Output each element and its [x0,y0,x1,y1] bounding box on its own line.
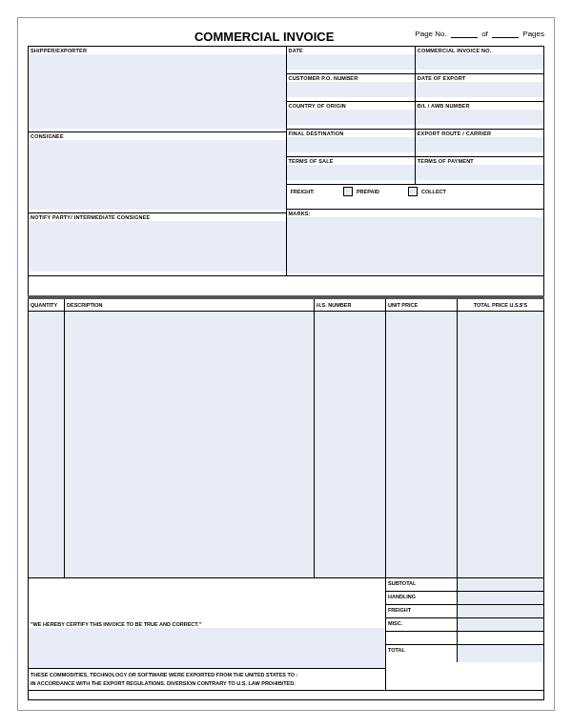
invoice-no-cell: COMMERCIAL INVOICE NO. [416,47,543,73]
items-body [29,312,543,577]
export-route-cell: EXPORT ROUTE / CARRIER [416,130,543,156]
page-no-field[interactable] [451,30,478,38]
terms-payment-field[interactable] [416,165,543,180]
top-grid: SHIPPER/EXPORTER CONSIGNEE NOTIFY PARTY/… [28,47,544,276]
freight-row: FREIGHT: PREPAID COLLECT [287,185,544,210]
final-dest-field[interactable] [287,137,415,152]
page-title: COMMERCIAL INVOICE [28,28,415,46]
qty-field[interactable] [29,312,65,577]
pages-total-field[interactable] [492,30,519,38]
country-origin-cell: COUNTRY OF ORIGIN [287,102,416,129]
terms-sale-field[interactable] [287,165,415,180]
col-total: TOTAL PRICE U.S.$'S [458,299,543,311]
total-row: TOTAL [386,645,543,662]
disclaimer: THESE COMMODITIES, TECHNOLOGY OR SOFTWAR… [29,668,385,690]
total-field[interactable] [458,312,543,577]
terms-payment-cell: TERMS OF PAYMENT [416,157,543,184]
consignee-cell: CONSIGNEE [29,132,286,213]
bottom-section: "WE HEREBY CERTIFY THIS INVOICE TO BE TR… [28,578,544,691]
handling-field[interactable] [458,592,543,604]
summary: SUBTOTAL HANDLING FREIGHT MISC. TOTAL [386,578,543,690]
date-export-cell: DATE OF EXPORT [416,74,543,101]
shipper-field[interactable] [29,54,286,129]
marks-field[interactable] [287,217,544,273]
notify-cell: NOTIFY PARTY/ INTERMEDIATE CONSIGNEE [29,213,286,275]
final-dest-cell: FINAL DESTINATION [287,130,416,156]
prepaid-checkbox[interactable] [343,187,353,196]
subtotal-row: SUBTOTAL [386,578,543,592]
cert-space [29,578,385,620]
cert-statement: "WE HEREBY CERTIFY THIS INVOICE TO BE TR… [29,620,385,628]
signature-field[interactable] [29,628,385,668]
bl-awb-cell: B/L / AWB NUMBER [416,102,543,129]
customer-po-field[interactable] [287,82,415,97]
grand-total-field[interactable] [458,645,543,662]
invoice-no-field[interactable] [416,54,543,70]
freight-sum-row: FREIGHT [386,605,543,618]
invoice-page: COMMERCIAL INVOICE Page No. of Pages SHI… [17,17,555,711]
misc-row: MISC. [386,618,543,632]
date-field[interactable] [287,54,415,70]
collect-checkbox[interactable] [408,187,418,196]
date-export-field[interactable] [416,82,543,97]
hs-field[interactable] [315,312,386,577]
sum-gap [386,632,543,645]
right-column: DATE COMMERCIAL INVOICE NO. CUSTOMER P.O… [287,47,544,275]
bl-awb-field[interactable] [416,110,543,125]
items-table: QUANTITY DESCRIPTION H.S. NUMBER UNIT PR… [28,299,544,578]
bottom-left: "WE HEREBY CERTIFY THIS INVOICE TO BE TR… [29,578,386,690]
col-hs: H.S. NUMBER [315,299,386,311]
desc-field[interactable] [65,312,315,577]
gap-spacer [28,276,544,295]
freight-field[interactable] [458,605,543,617]
terms-sale-cell: TERMS OF SALE [287,157,416,184]
col-description: DESCRIPTION [65,299,315,311]
export-route-field[interactable] [416,137,543,152]
customer-po-cell: CUSTOMER P.O. NUMBER [287,74,416,101]
consignee-field[interactable] [29,140,286,210]
shipper-cell: SHIPPER/EXPORTER [29,47,286,132]
handling-row: HANDLING [386,592,543,605]
misc-field[interactable] [458,618,543,631]
col-quantity: QUANTITY [29,299,65,311]
country-origin-field[interactable] [287,110,415,125]
page-number: Page No. of Pages [415,28,544,38]
col-unit: UNIT PRICE [386,299,458,311]
left-column: SHIPPER/EXPORTER CONSIGNEE NOTIFY PARTY/… [29,47,287,275]
unit-field[interactable] [386,312,458,577]
items-header: QUANTITY DESCRIPTION H.S. NUMBER UNIT PR… [29,299,543,312]
notify-field[interactable] [29,221,286,272]
footer-space [28,691,544,700]
date-cell: DATE [287,47,416,73]
title-row: COMMERCIAL INVOICE Page No. of Pages [28,28,544,47]
marks-cell: MARKS: [287,210,544,275]
subtotal-field[interactable] [458,578,543,591]
